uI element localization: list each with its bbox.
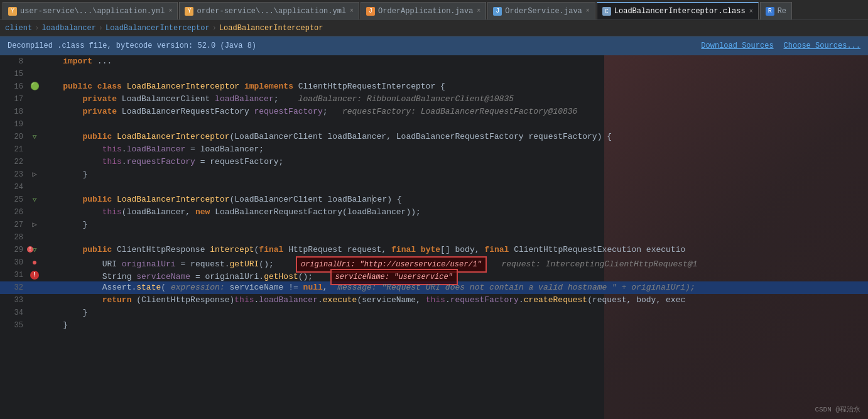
tab-label: Re xyxy=(778,7,786,16)
code-text-24 xyxy=(41,181,868,193)
code-text-17: private LoadBalancerClient loadBalancer;… xyxy=(41,93,868,106)
decompile-message: Decompiled .class file, bytecode version… xyxy=(8,41,256,50)
code-line-29: 29 ▽ ! public ClientHttpResponse interce… xyxy=(0,244,868,256)
code-text-22: this.requestFactory = requestFactory; xyxy=(41,156,868,168)
tab-load-balancer-class[interactable]: C LoadBalancerInterceptor.class × xyxy=(597,2,759,19)
line-number: 17 xyxy=(0,93,28,106)
code-text-35: } xyxy=(41,319,868,332)
line-number: 16 xyxy=(0,80,28,93)
code-line-22: 22 this.requestFactory = requestFactory; xyxy=(0,156,868,168)
gutter-icon-24 xyxy=(28,181,41,193)
watermark: CSDN @程治永 xyxy=(815,405,860,414)
code-text-15 xyxy=(41,68,868,80)
gutter-icon-16: 🟢 xyxy=(28,80,41,93)
code-text-33: return (ClientHttpResponse)this.loadBala… xyxy=(41,294,868,307)
line-number: 35 xyxy=(0,319,28,332)
info-actions: Download Sources Choose Sources... xyxy=(701,41,860,50)
gutter-icon-30: ● xyxy=(28,256,41,269)
tab-label: order-service\...\application.yml xyxy=(197,7,346,16)
class-icon: C xyxy=(602,7,611,16)
gutter-icon-34 xyxy=(28,307,41,319)
line-number: 34 xyxy=(0,307,28,319)
breadcrumb-class1[interactable]: LoadBalancerInterceptor xyxy=(106,24,210,33)
tab-user-service-yml[interactable]: Y user-service\...\application.yml × xyxy=(3,2,178,19)
tab-order-application[interactable]: J OrderApplication.java × xyxy=(361,2,486,19)
tab-bar: Y user-service\...\application.yml × Y o… xyxy=(0,0,868,20)
gutter-icon-25: ▽ xyxy=(28,193,41,206)
tab-order-service[interactable]: J OrderService.java × xyxy=(487,2,595,19)
code-editor: 8 import ... 15 16 🟢 public class LoadBa… xyxy=(0,55,868,419)
code-line-34: 34 } xyxy=(0,307,868,319)
code-line-30: 30 ● URI originalUri = request.getURI();… xyxy=(0,256,868,269)
line-number: 22 xyxy=(0,156,28,168)
code-text-21: this.loadBalancer = loadBalancer; xyxy=(41,143,868,156)
breadcrumb: client › loadbalancer › LoadBalancerInte… xyxy=(0,20,868,36)
download-sources-link[interactable]: Download Sources xyxy=(701,41,773,50)
gutter-icon-19 xyxy=(28,118,41,131)
code-text-30: URI originalUri = request.getURI(); orig… xyxy=(41,256,868,269)
gutter-icon-20: ▽ xyxy=(28,131,41,143)
code-text-26: this(loadBalancer, new LoadBalancerReque… xyxy=(41,206,868,219)
line-number: 24 xyxy=(0,181,28,193)
code-text-23: } xyxy=(41,168,868,181)
line-number: 19 xyxy=(0,118,28,131)
choose-sources-link[interactable]: Choose Sources... xyxy=(784,41,860,50)
tab-re[interactable]: R Re xyxy=(760,2,792,19)
code-text-19 xyxy=(41,118,868,131)
java-icon: J xyxy=(366,7,375,16)
line-number: 28 xyxy=(0,231,28,244)
yaml-icon: Y xyxy=(185,7,193,16)
close-icon[interactable]: × xyxy=(749,8,753,15)
close-icon[interactable]: × xyxy=(586,8,590,14)
code-text-27: } xyxy=(41,219,868,231)
code-line-28: 28 xyxy=(0,231,868,244)
close-icon[interactable]: × xyxy=(168,8,172,14)
sep: › xyxy=(212,24,217,33)
gutter-icon-23: ▷ xyxy=(28,168,41,181)
line-number: 33 xyxy=(0,294,28,307)
line-number: 26 xyxy=(0,206,28,219)
sep: › xyxy=(99,24,103,33)
tab-label: LoadBalancerInterceptor.class xyxy=(614,7,746,16)
code-line-21: 21 this.loadBalancer = loadBalancer; xyxy=(0,143,868,156)
line-number: 29 xyxy=(0,244,28,256)
code-line-35: 35 } xyxy=(0,319,868,332)
code-line-25: 25 ▽ public LoadBalancerInterceptor(Load… xyxy=(0,193,868,206)
tab-label: OrderApplication.java xyxy=(378,7,473,16)
code-text-31: String serviceName = originalUri.getHost… xyxy=(41,269,868,281)
code-line-16: 16 🟢 public class LoadBalancerIntercepto… xyxy=(0,80,868,93)
breadcrumb-loadbalancer[interactable]: loadbalancer xyxy=(41,24,95,33)
close-icon[interactable]: × xyxy=(350,8,354,14)
code-text-8: import ... xyxy=(41,55,868,68)
line-number: 8 xyxy=(0,55,28,68)
gutter-icon-32 xyxy=(28,281,41,294)
java-icon: J xyxy=(493,7,502,16)
code-line-23: 23 ▷ } xyxy=(0,168,868,181)
tab-order-service-yml[interactable]: Y order-service\...\application.yml × xyxy=(179,2,359,19)
close-icon[interactable]: × xyxy=(477,8,480,14)
code-text-18: private LoadBalancerRequestFactory reque… xyxy=(41,106,868,118)
gutter-icon-17 xyxy=(28,93,41,106)
gutter-icon-35 xyxy=(28,319,41,332)
line-number: 31 xyxy=(0,269,28,281)
line-number: 23 xyxy=(0,168,28,181)
gutter-icon-28 xyxy=(28,231,41,244)
sep: › xyxy=(35,24,39,33)
code-line-26: 26 this(loadBalancer, new LoadBalancerRe… xyxy=(0,206,868,219)
code-text-16: public class LoadBalancerInterceptor imp… xyxy=(41,80,868,93)
gutter-icon-21 xyxy=(28,143,41,156)
code-text-20: public LoadBalancerInterceptor(LoadBalan… xyxy=(41,131,868,143)
code-line-33: 33 return (ClientHttpResponse)this.loadB… xyxy=(0,294,868,307)
code-text-32: Assert.state( expression: serviceName !=… xyxy=(41,281,868,294)
breadcrumb-class2: LoadBalancerInterceptor xyxy=(219,24,323,33)
code-line-31: 31 ! String serviceName = originalUri.ge… xyxy=(0,269,868,281)
gutter-icon-33 xyxy=(28,294,41,307)
code-text-29: public ClientHttpResponse intercept(fina… xyxy=(41,244,868,256)
gutter-icon-29: ▽ ! xyxy=(28,244,41,256)
line-number: 32 xyxy=(0,281,28,294)
breadcrumb-client[interactable]: client xyxy=(5,24,32,33)
info-bar: Decompiled .class file, bytecode version… xyxy=(0,36,868,55)
code-text-34: } xyxy=(41,307,868,319)
line-number: 27 xyxy=(0,219,28,231)
code-line-19: 19 xyxy=(0,118,868,131)
